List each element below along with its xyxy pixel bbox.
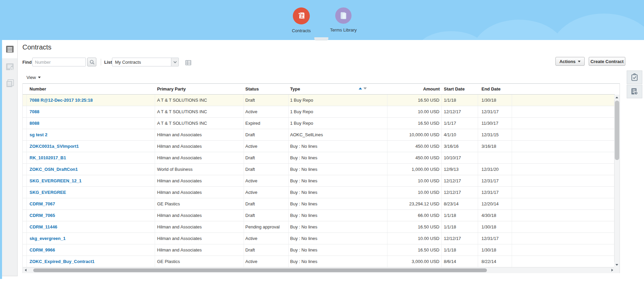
history-panel-button[interactable] [627,85,642,98]
end-date-cell: 1/30/18 [478,244,512,256]
contract-number-link[interactable]: CDRM_11446 [27,221,155,233]
column-header-number[interactable]: Number [27,84,155,94]
sort-ascending-icon[interactable] [359,87,362,89]
table-row[interactable]: ZOKC_OSN_DraftCon1World of BusinessDraft… [23,164,615,175]
contract-number-link-text[interactable]: CDRM_11446 [30,224,57,229]
table-row[interactable]: SKG_EVERGREEHilman and AssociatesActiveB… [23,187,615,198]
status-cell: Active [244,175,289,186]
start-date-cell: 3/16/16 [442,141,478,152]
sidebar-item-contract-copies[interactable] [2,75,17,92]
scroll-down-arrow[interactable] [614,262,620,267]
table-row[interactable]: 7088A T & T SOLUTIONS INCActive1 Buy Rep… [23,106,615,118]
contract-number-link-text[interactable]: CDRM_7065 [30,213,55,218]
contract-number-link-text[interactable]: SKG_EVERGREE [30,190,66,195]
contract-number-link-text[interactable]: 8088 [30,121,39,126]
cloud-decoration [472,20,567,40]
table-row[interactable]: ZOKC_Expired_Buy_Contract1GE PlasticsAct… [23,256,615,267]
view-menu-button[interactable]: View [26,75,41,80]
table-row[interactable]: CDRM_7067GE PlasticsDraftBuy : No lines2… [23,198,615,210]
row-gutter-cell [23,221,27,233]
contract-number-link-text[interactable]: CDRM_9966 [30,247,55,252]
type-cell: Buy : No lines [289,141,387,152]
row-filler-cell [512,256,615,267]
app-tile-contracts[interactable]: Contracts [281,7,322,33]
contract-number-link[interactable]: RK_10102017_B1 [27,152,155,163]
vertical-scrollbar[interactable] [614,95,620,267]
tasks-panel-button[interactable] [627,70,642,84]
table-row[interactable]: 8088A T & T SOLUTIONS INCExpired1 Buy Re… [23,118,615,129]
table-row[interactable]: RK_10102017_B1Hilman and AssociatesDraft… [23,152,615,164]
column-header-primary-party[interactable]: Primary Party [155,84,244,94]
sort-descending-icon[interactable] [363,87,367,89]
contract-number-link[interactable]: ZOKC0031a_SVImport1 [27,141,155,152]
column-header-status[interactable]: Status [244,84,289,94]
row-gutter-cell [23,152,27,163]
create-contract-button[interactable]: Create Contract [589,57,625,66]
find-input[interactable] [32,58,86,66]
sidebar-item-contract-parties[interactable] [2,59,17,75]
table-row[interactable]: CDRM_9966Hilman and AssociatesDraftBuy :… [23,244,615,256]
contract-number-link-text[interactable]: sg test 2 [30,132,48,137]
status-cell: Draft [244,152,289,163]
contract-number-link[interactable]: SKG_EVERGREE [27,187,155,198]
contract-number-link[interactable]: 7088 R@12-Dec-2017 10:25:18 [27,95,155,106]
contract-number-link[interactable]: skg_evergreen_1 [27,233,155,244]
banner-drawer-handle[interactable] [314,37,328,40]
row-gutter-cell [23,187,27,198]
start-date-cell: 1/1/17 [442,118,478,129]
status-cell: Active [244,233,289,244]
contract-list-icon [5,45,14,54]
horizontal-scrollbar[interactable] [23,267,615,273]
type-cell: Buy : No lines [289,198,387,209]
actions-button[interactable]: Actions [555,57,585,66]
query-by-example-grid-icon[interactable] [185,60,191,66]
type-cell: Buy : No lines [289,221,387,233]
sort-controls[interactable] [359,87,367,89]
search-button[interactable] [87,58,96,66]
scroll-up-arrow[interactable] [614,95,620,100]
sidebar-item-contract-list[interactable] [2,40,17,58]
contract-number-link-text[interactable]: SKG_EVERGREEN_12_1 [30,178,81,183]
list-select-arrow-button[interactable] [171,58,178,66]
contract-number-link[interactable]: SKG_EVERGREEN_12_1 [27,175,155,186]
primary-party-cell: Hilman and Associates [155,210,244,221]
table-row[interactable]: CDRM_11446Hilman and AssociatesPending a… [23,221,615,233]
vertical-scrollbar-thumb[interactable] [615,101,619,160]
contract-number-link-text[interactable]: ZOKC_Expired_Buy_Contract1 [30,259,94,264]
contract-number-link[interactable]: ZOKC_OSN_DraftCon1 [27,164,155,175]
amount-cell: 1,000.00 USD [387,164,442,175]
contract-number-link[interactable]: sg test 2 [27,129,155,140]
column-header-start-date[interactable]: Start Date [442,84,478,94]
table-row[interactable]: CDRM_7065Hilman and AssociatesDraftBuy :… [23,210,615,221]
contract-number-link-text[interactable]: RK_10102017_B1 [30,155,66,160]
column-header-end-date[interactable]: End Date [478,84,512,94]
start-date-cell: 8/23/14 [442,198,478,209]
status-cell: Draft [244,198,289,209]
table-row[interactable]: skg_evergreen_1Hilman and AssociatesActi… [23,233,615,244]
contract-number-link-text[interactable]: ZOKC_OSN_DraftCon1 [30,167,78,172]
table-row[interactable]: 7088 R@12-Dec-2017 10:25:18A T & T SOLUT… [23,95,615,106]
row-gutter-cell [23,198,27,209]
contract-person-icon [5,62,15,72]
contract-number-link[interactable]: CDRM_7065 [27,210,155,221]
contract-number-link-text[interactable]: ZOKC0031a_SVImport1 [30,144,79,149]
column-header-type[interactable]: Type [289,84,387,94]
contract-number-link[interactable]: CDRM_7067 [27,198,155,209]
contract-number-link[interactable]: 8088 [27,118,155,129]
contract-number-link[interactable]: ZOKC_Expired_Buy_Contract1 [27,256,155,267]
contract-number-link[interactable]: 7088 [27,106,155,117]
table-row[interactable]: sg test 2Hilman and AssociatesDraftAOKC_… [23,129,615,141]
table-row[interactable]: SKG_EVERGREEN_12_1Hilman and AssociatesA… [23,175,615,187]
contract-number-link-text[interactable]: CDRM_7067 [30,201,55,206]
horizontal-scrollbar-thumb[interactable] [33,268,487,272]
end-date-cell: 1/30/18 [478,221,512,233]
table-row[interactable]: ZOKC0031a_SVImport1Hilman and Associates… [23,141,615,152]
list-select[interactable]: My Contracts [112,58,179,66]
contract-number-link-text[interactable]: skg_evergreen_1 [30,236,65,241]
app-tile-terms-library[interactable]: Terms Library [323,7,364,33]
contract-number-link[interactable]: CDRM_9966 [27,244,155,256]
contract-number-link-text[interactable]: 7088 [30,109,39,114]
contract-number-link-text[interactable]: 7088 R@12-Dec-2017 10:25:18 [30,98,93,103]
scroll-left-arrow[interactable] [23,267,28,273]
column-header-amount[interactable]: Amount [387,84,442,94]
